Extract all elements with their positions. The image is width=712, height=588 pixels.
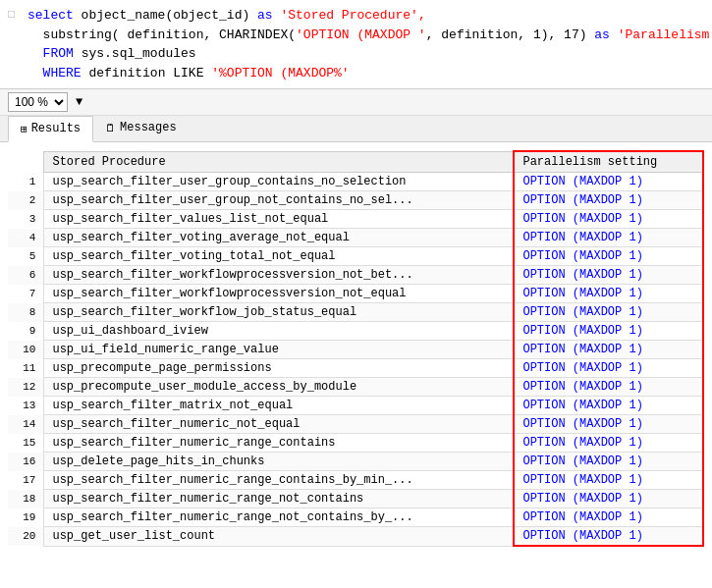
table-row: 18 usp_search_filter_numeric_range_not_c…: [8, 490, 703, 508]
stored-procedure-cell: usp_search_filter_matrix_not_equal: [44, 397, 515, 415]
parallelism-cell: OPTION (MAXDOP 1): [514, 415, 703, 434]
toolbar: 100 % 25 % 50 % 75 % 150 % 200 % ▼: [0, 89, 712, 116]
messages-icon: 🗒: [105, 122, 116, 134]
table-row: 12 usp_precompute_user_module_access_by_…: [8, 378, 703, 397]
table-row: 20 usp_get_user_list_count OPTION (MAXDO…: [8, 527, 703, 547]
row-number: 12: [8, 378, 44, 397]
row-number: 8: [8, 303, 44, 322]
row-number: 5: [8, 247, 44, 266]
tab-messages-label: Messages: [120, 121, 177, 134]
table-row: 8 usp_search_filter_workflow_job_status_…: [8, 303, 703, 322]
tabs-bar: ⊞ Results 🗒 Messages: [0, 116, 712, 142]
table-row: 13 usp_search_filter_matrix_not_equal OP…: [8, 397, 703, 415]
results-grid-icon: ⊞: [21, 123, 27, 135]
tab-results[interactable]: ⊞ Results: [8, 116, 93, 142]
parallelism-cell: OPTION (MAXDOP 1): [514, 378, 703, 397]
parallelism-cell: OPTION (MAXDOP 1): [514, 490, 703, 508]
stored-procedure-cell: usp_search_filter_numeric_range_not_cont…: [44, 508, 515, 527]
table-row: 6 usp_search_filter_workflowprocessversi…: [8, 266, 703, 285]
table-row: 10 usp_ui_field_numeric_range_value OPTI…: [8, 341, 703, 359]
table-row: 5 usp_search_filter_voting_total_not_equ…: [8, 247, 703, 266]
row-number: 18: [8, 490, 44, 508]
results-table: Stored Procedure Parallelism setting 1 u…: [8, 150, 704, 547]
kw-select: select: [27, 6, 82, 26]
stored-procedure-cell: usp_search_filter_workflowprocessversion…: [44, 266, 515, 285]
parallelism-cell: OPTION (MAXDOP 1): [514, 285, 703, 303]
stored-procedure-cell: usp_search_filter_user_group_not_contain…: [44, 191, 515, 210]
row-number: 11: [8, 359, 44, 378]
parallelism-cell: OPTION (MAXDOP 1): [514, 266, 703, 285]
table-row: 17 usp_search_filter_numeric_range_conta…: [8, 471, 703, 490]
row-number: 9: [8, 322, 44, 341]
query-line-3: FROM sys.sql_modules: [8, 44, 704, 64]
row-number: 20: [8, 527, 44, 547]
col-parallelism-header: Parallelism setting: [514, 151, 703, 173]
row-number: 2: [8, 191, 44, 210]
parallelism-cell: OPTION (MAXDOP 1): [514, 359, 703, 378]
query-line-4: WHERE definition LIKE '%OPTION (MAXDOP%': [8, 64, 704, 83]
query-line-2: substring( definition, CHARINDEX('OPTION…: [8, 26, 704, 45]
zoom-select[interactable]: 100 % 25 % 50 % 75 % 150 % 200 %: [8, 92, 68, 112]
row-number: 15: [8, 434, 44, 453]
stored-procedure-cell: usp_ui_field_numeric_range_value: [44, 341, 515, 359]
table-row: 9 usp_ui_dashboard_iview OPTION (MAXDOP …: [8, 322, 703, 341]
table-header-row: Stored Procedure Parallelism setting: [8, 151, 703, 173]
stored-procedure-cell: usp_search_filter_workflowprocessversion…: [44, 285, 515, 303]
parallelism-cell: OPTION (MAXDOP 1): [514, 453, 703, 471]
stored-procedure-cell: usp_precompute_page_permissions: [44, 359, 515, 378]
row-number: 14: [8, 415, 44, 434]
fn-object-name: object_name(object_id): [82, 6, 257, 26]
stored-procedure-cell: usp_search_filter_numeric_not_equal: [44, 415, 515, 434]
table-row: 19 usp_search_filter_numeric_range_not_c…: [8, 508, 703, 527]
parallelism-cell: OPTION (MAXDOP 1): [514, 191, 703, 210]
table-row: 1 usp_search_filter_user_group_contains_…: [8, 173, 703, 191]
row-number: 10: [8, 341, 44, 359]
table-row: 2 usp_search_filter_user_group_not_conta…: [8, 191, 703, 210]
row-number: 17: [8, 471, 44, 490]
parallelism-cell: OPTION (MAXDOP 1): [514, 527, 703, 547]
tab-results-label: Results: [31, 122, 81, 135]
gutter-2: [8, 26, 22, 43]
table-row: 7 usp_search_filter_workflowprocessversi…: [8, 285, 703, 303]
stored-procedure-cell: usp_delete_page_hits_in_chunks: [44, 453, 515, 471]
stored-procedure-cell: usp_ui_dashboard_iview: [44, 322, 515, 341]
stored-procedure-cell: usp_search_filter_user_group_contains_no…: [44, 173, 515, 191]
parallelism-cell: OPTION (MAXDOP 1): [514, 341, 703, 359]
parallelism-cell: OPTION (MAXDOP 1): [514, 229, 703, 247]
table-wrapper: Stored Procedure Parallelism setting 1 u…: [8, 150, 704, 547]
stored-procedure-cell: usp_search_filter_voting_total_not_equal: [44, 247, 515, 266]
gutter-4: [8, 64, 22, 81]
stored-procedure-cell: usp_get_user_list_count: [44, 527, 515, 547]
row-number: 19: [8, 508, 44, 527]
gutter-3: [8, 44, 22, 62]
query-line-1: □ select object_name(object_id) as 'Stor…: [8, 6, 704, 26]
row-number: 1: [8, 173, 44, 191]
row-number: 7: [8, 285, 44, 303]
parallelism-cell: OPTION (MAXDOP 1): [514, 397, 703, 415]
parallelism-cell: OPTION (MAXDOP 1): [514, 322, 703, 341]
table-row: 15 usp_search_filter_numeric_range_conta…: [8, 434, 703, 453]
row-number: 6: [8, 266, 44, 285]
stored-procedure-cell: usp_search_filter_voting_average_not_equ…: [44, 229, 515, 247]
table-row: 16 usp_delete_page_hits_in_chunks OPTION…: [8, 453, 703, 471]
stored-procedure-cell: usp_search_filter_values_list_not_equal: [44, 210, 515, 229]
table-row: 3 usp_search_filter_values_list_not_equa…: [8, 210, 703, 229]
table-row: 11 usp_precompute_page_permissions OPTIO…: [8, 359, 703, 378]
parallelism-cell: OPTION (MAXDOP 1): [514, 173, 703, 191]
col-stored-procedure-header: Stored Procedure: [44, 151, 515, 173]
stored-procedure-cell: usp_search_filter_workflow_job_status_eq…: [44, 303, 515, 322]
parallelism-cell: OPTION (MAXDOP 1): [514, 247, 703, 266]
gutter-icon: □: [8, 6, 22, 24]
parallelism-cell: OPTION (MAXDOP 1): [514, 434, 703, 453]
tab-messages[interactable]: 🗒 Messages: [93, 116, 189, 141]
query-editor[interactable]: □ select object_name(object_id) as 'Stor…: [0, 0, 712, 89]
row-number: 13: [8, 397, 44, 415]
zoom-dropdown-icon: ▼: [76, 95, 82, 109]
parallelism-cell: OPTION (MAXDOP 1): [514, 508, 703, 527]
parallelism-cell: OPTION (MAXDOP 1): [514, 210, 703, 229]
stored-procedure-cell: usp_precompute_user_module_access_by_mod…: [44, 378, 515, 397]
parallelism-cell: OPTION (MAXDOP 1): [514, 471, 703, 490]
table-row: 14 usp_search_filter_numeric_not_equal O…: [8, 415, 703, 434]
parallelism-cell: OPTION (MAXDOP 1): [514, 303, 703, 322]
results-area[interactable]: Stored Procedure Parallelism setting 1 u…: [0, 142, 712, 588]
